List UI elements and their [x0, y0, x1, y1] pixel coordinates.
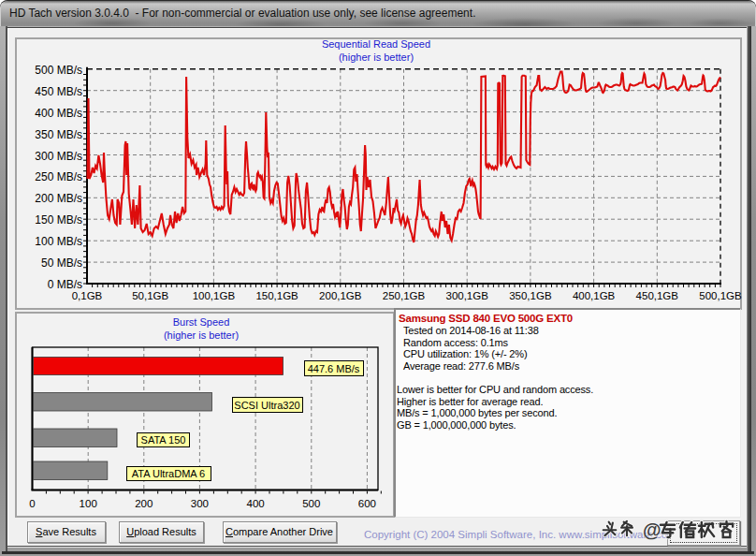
svg-text:@: @ — [643, 519, 662, 540]
